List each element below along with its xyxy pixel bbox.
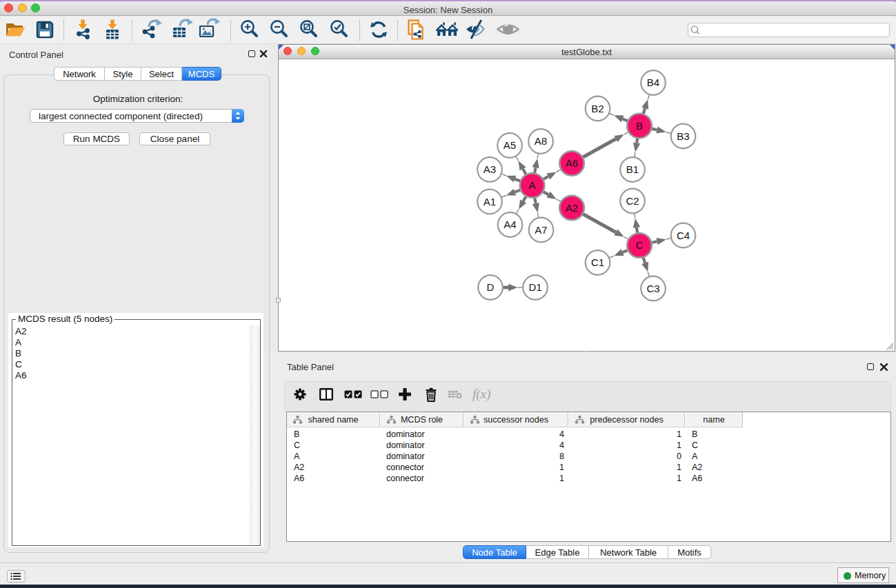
svg-text:A: A bbox=[528, 179, 535, 191]
svg-text:C1: C1 bbox=[591, 256, 604, 268]
svg-text:B2: B2 bbox=[591, 103, 604, 114]
svg-text:B4: B4 bbox=[647, 77, 659, 88]
svg-text:C: C bbox=[636, 239, 644, 251]
svg-text:B: B bbox=[636, 120, 643, 132]
svg-text:C2: C2 bbox=[626, 195, 639, 207]
svg-text:A8: A8 bbox=[535, 135, 547, 147]
svg-text:A6: A6 bbox=[566, 157, 578, 169]
svg-text:A1: A1 bbox=[484, 196, 496, 207]
svg-text:C4: C4 bbox=[677, 230, 690, 241]
svg-text:C3: C3 bbox=[646, 283, 659, 294]
svg-text:B1: B1 bbox=[626, 163, 639, 175]
svg-text:A2: A2 bbox=[566, 202, 578, 214]
svg-text:A3: A3 bbox=[484, 163, 496, 175]
svg-text:A4: A4 bbox=[504, 219, 516, 230]
svg-text:A7: A7 bbox=[535, 224, 547, 236]
svg-text:D1: D1 bbox=[528, 281, 541, 293]
svg-text:A5: A5 bbox=[504, 139, 516, 151]
svg-text:B3: B3 bbox=[677, 130, 689, 142]
svg-text:D: D bbox=[487, 281, 495, 293]
